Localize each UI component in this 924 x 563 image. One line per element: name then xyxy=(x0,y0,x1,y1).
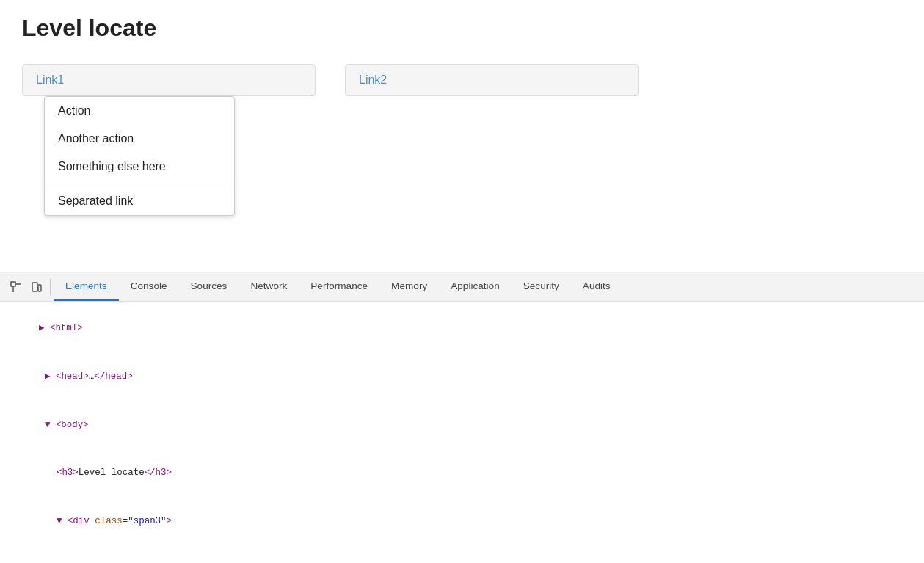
tab-security[interactable]: Security xyxy=(512,272,571,301)
dropdown-item-something[interactable]: Something else here xyxy=(45,153,234,181)
devtools-panel: Elements Console Sources Network Perform… xyxy=(0,272,924,563)
link2-button[interactable]: Link2 xyxy=(345,64,639,96)
dropdown-item-separated[interactable]: Separated link xyxy=(45,187,234,215)
dropdown-divider xyxy=(45,184,234,184)
code-line: ▶ <html> xyxy=(0,305,924,353)
tab-audits[interactable]: Audits xyxy=(571,272,622,301)
code-line: <h3>Level locate</h3> xyxy=(0,449,924,498)
tab-console[interactable]: Console xyxy=(119,272,179,301)
arrow-icon: ▼ xyxy=(45,420,56,430)
tab-application[interactable]: Application xyxy=(439,272,512,301)
dropdown-container: Link1 Action Another action Something el… xyxy=(22,64,316,96)
arrow-icon: ▶ xyxy=(39,323,50,333)
devtools-tabs: Elements Console Sources Network Perform… xyxy=(54,272,622,301)
arrow-icon: ▼ xyxy=(57,516,68,526)
buttons-row: Link1 Action Another action Something el… xyxy=(22,64,902,96)
tab-sources[interactable]: Sources xyxy=(179,272,239,301)
dropdown-menu: Action Another action Something else her… xyxy=(44,96,235,216)
arrow-icon: ▶ xyxy=(45,371,56,382)
tab-performance[interactable]: Performance xyxy=(299,272,379,301)
tab-memory[interactable]: Memory xyxy=(379,272,439,301)
svg-rect-0 xyxy=(11,282,15,286)
device-toolbar-icon[interactable] xyxy=(26,277,47,297)
inspect-element-icon[interactable] xyxy=(6,277,26,297)
devtools-content[interactable]: ▶ <html> ▶ <head>…</head> ▼ <body> <h3>L… xyxy=(0,302,924,563)
tab-network[interactable]: Network xyxy=(239,272,299,301)
code-line: ▶ <head>…</head> xyxy=(0,353,924,402)
page-title: Level locate xyxy=(22,15,902,42)
code-line: ▼ <body> xyxy=(0,401,924,449)
svg-rect-4 xyxy=(38,285,41,291)
link1-button[interactable]: Link1 xyxy=(22,64,316,96)
devtools-toolbar: Elements Console Sources Network Perform… xyxy=(0,272,924,302)
page-area: Level locate Link1 Action Another action… xyxy=(0,0,924,272)
svg-rect-3 xyxy=(32,283,37,291)
dropdown-item-another[interactable]: Another action xyxy=(45,125,234,153)
code-line: ▼ <div class="span3"> xyxy=(0,498,924,546)
toolbar-separator xyxy=(50,279,51,295)
code-line: ▼ <div class="well"> xyxy=(0,545,924,563)
dropdown-item-action[interactable]: Action xyxy=(45,97,234,125)
tab-elements[interactable]: Elements xyxy=(54,272,119,301)
